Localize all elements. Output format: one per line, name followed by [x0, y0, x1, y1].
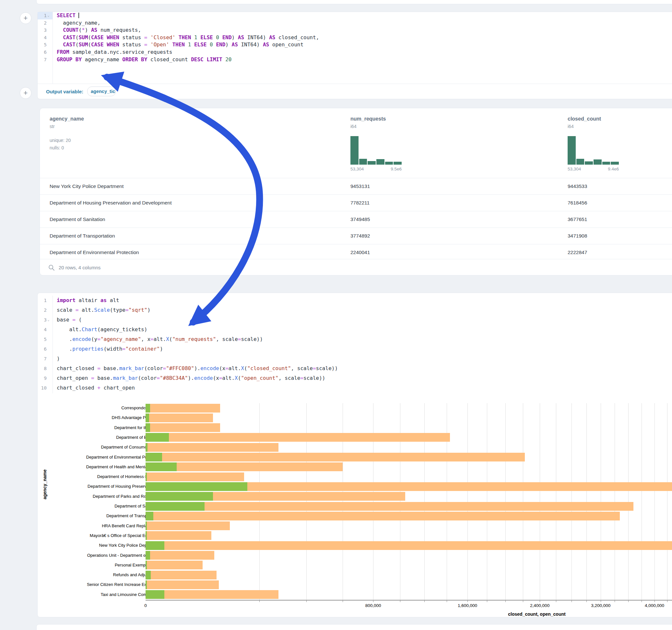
line-number[interactable]: 2 — [38, 305, 52, 315]
add-cell-button-top[interactable]: + — [20, 12, 31, 24]
bar-closed-count[interactable] — [146, 502, 633, 511]
bar-open-count[interactable] — [146, 404, 150, 413]
line-number[interactable]: 5 — [38, 335, 52, 344]
bar-open-count[interactable] — [146, 571, 151, 579]
bar-closed-count[interactable] — [146, 580, 219, 589]
line-number[interactable]: 3⌄ — [38, 315, 52, 325]
bar-closed-count[interactable] — [146, 472, 244, 481]
chart-row: Personal Exemption Unit — [146, 560, 672, 570]
add-cell-button-output[interactable]: + — [20, 87, 31, 99]
line-number[interactable]: 6 — [38, 344, 52, 354]
x-axis-tick — [540, 601, 540, 602]
bar-closed-count[interactable] — [146, 433, 450, 442]
chart-row: Department of Parks and Recreation — [146, 492, 672, 501]
bar-open-count[interactable] — [146, 512, 153, 520]
line-number[interactable]: 8 — [38, 364, 52, 373]
search-icon[interactable] — [48, 264, 55, 271]
bar-open-count[interactable] — [146, 580, 147, 589]
bar-open-count[interactable] — [146, 413, 149, 422]
bar-open-count[interactable] — [146, 423, 150, 432]
code-line[interactable]: COUNT(*) AS num_requests, — [57, 27, 672, 34]
bar-open-count[interactable] — [146, 551, 150, 560]
table-row[interactable]: Department of Sanitation37494853677651 — [40, 211, 672, 227]
bar-closed-count[interactable] — [146, 453, 525, 461]
line-number[interactable]: 7 — [38, 354, 52, 364]
line-number[interactable]: 10 — [38, 383, 52, 393]
column-header-closed_count[interactable]: closed_counti6453,3049.4e6 — [568, 116, 619, 171]
code-line[interactable]: FROM sample_data.nyc.service_requests — [57, 49, 672, 56]
bar-closed-count[interactable] — [146, 561, 202, 570]
bar-open-count[interactable] — [146, 492, 213, 501]
code-line[interactable]: .encode(y="agency_name", x=alt.X("num_re… — [57, 335, 672, 344]
bar-closed-count[interactable] — [146, 443, 279, 452]
line-number[interactable]: 4 — [38, 325, 52, 335]
bar-open-count[interactable] — [146, 541, 164, 550]
bar-closed-count[interactable] — [146, 522, 230, 530]
bar-open-count[interactable] — [146, 433, 169, 442]
result-table: agency_namestrunique: 20nulls: 0num_requ… — [40, 108, 672, 275]
bar-closed-count[interactable] — [146, 512, 620, 520]
code-line[interactable]: alt.Chart(agency_tickets) — [57, 325, 672, 335]
bar-closed-count[interactable] — [146, 423, 220, 432]
x-axis-tick — [505, 601, 506, 602]
bar-open-count[interactable] — [146, 531, 147, 540]
bar-open-count[interactable] — [146, 443, 147, 452]
chart-row: Correspondence Unit — [146, 403, 672, 413]
code-line[interactable]: CAST(SUM(CASE WHEN status = 'Closed' THE… — [57, 34, 672, 42]
bar-open-count[interactable] — [146, 462, 177, 471]
sql-code-editor[interactable]: SELECT agency_name, COUNT(*) AS num_requ… — [53, 12, 672, 84]
code-line[interactable]: scale = alt.Scale(type="sqrt") — [57, 305, 672, 315]
code-line[interactable]: chart_closed = base.mark_bar(color="#FFC… — [57, 364, 672, 373]
bar-closed-count[interactable] — [146, 541, 672, 550]
table-row[interactable]: Department of Environmental Protection22… — [40, 244, 672, 261]
bar-open-count[interactable] — [146, 502, 205, 511]
bar-closed-count[interactable] — [146, 404, 220, 413]
code-line[interactable]: chart_open = base.mark_bar(color="#8BC34… — [57, 373, 672, 383]
line-number[interactable]: 3 — [38, 27, 52, 34]
collapse-chevron-icon[interactable]: ⌄ — [47, 12, 51, 20]
bar-closed-count[interactable] — [146, 413, 213, 422]
bar-closed-count[interactable] — [146, 551, 214, 560]
code-line[interactable]: GROUP BY agency_name ORDER BY closed_cou… — [57, 56, 672, 64]
line-number[interactable]: 6 — [38, 49, 52, 56]
code-line[interactable]: CAST(SUM(CASE WHEN status = 'Open' THEN … — [57, 41, 672, 49]
bar-closed-count[interactable] — [146, 571, 217, 579]
code-line[interactable]: chart_closed + chart_open — [57, 383, 672, 393]
chart-plot-area[interactable]: Correspondence UnitDHS Advantage Program… — [146, 403, 672, 600]
x-axis-tick — [601, 601, 601, 602]
output-variable-input[interactable]: agency_tickets — [87, 87, 116, 96]
bar-open-count[interactable] — [146, 472, 147, 481]
line-number[interactable]: 1⌄ — [38, 12, 52, 20]
collapse-chevron-icon[interactable]: ⌄ — [47, 315, 51, 325]
code-line[interactable]: base = ( — [57, 315, 672, 325]
line-number[interactable]: 9 — [38, 373, 52, 383]
column-header-agency_name[interactable]: agency_namestrunique: 20nulls: 0 — [50, 116, 84, 152]
bar-open-count[interactable] — [146, 590, 164, 599]
bar-open-count[interactable] — [146, 561, 147, 570]
bar-open-count[interactable] — [146, 453, 162, 461]
column-header-num_requests[interactable]: num_requestsi6453,3049.5e6 — [351, 116, 402, 171]
table-row[interactable]: New York City Police Department945313194… — [40, 178, 672, 194]
x-axis-label: 0 — [144, 603, 147, 608]
chart-row: Refunds and Adjustments — [146, 570, 672, 580]
bar-closed-count[interactable] — [146, 531, 211, 540]
code-line[interactable]: SELECT — [57, 12, 672, 20]
bar-closed-count[interactable] — [146, 590, 279, 599]
line-number[interactable]: 1 — [38, 295, 52, 305]
code-line[interactable]: import altair as alt — [57, 295, 672, 305]
code-line[interactable]: ) — [57, 354, 672, 364]
table-row[interactable]: Department of Housing Preservation and D… — [40, 194, 672, 211]
chart-y-axis-title: agency_name — [42, 469, 47, 500]
line-number[interactable]: 2 — [38, 20, 52, 27]
bar-open-count[interactable] — [146, 522, 147, 530]
code-line[interactable]: agency_name, — [57, 20, 672, 27]
chart-row: HRA Benefit Card Replacement — [146, 521, 672, 531]
bar-open-count[interactable] — [146, 482, 247, 491]
line-number[interactable]: 4 — [38, 34, 52, 42]
line-number[interactable]: 7 — [38, 56, 52, 64]
table-row[interactable]: Department of Transportation377489234719… — [40, 227, 672, 244]
code-line[interactable]: .properties(width="container") — [57, 344, 672, 354]
x-axis-tick — [642, 601, 642, 602]
line-number[interactable]: 5 — [38, 41, 52, 49]
python-code-editor[interactable]: import altair as altscale = alt.Scale(ty… — [53, 295, 672, 393]
